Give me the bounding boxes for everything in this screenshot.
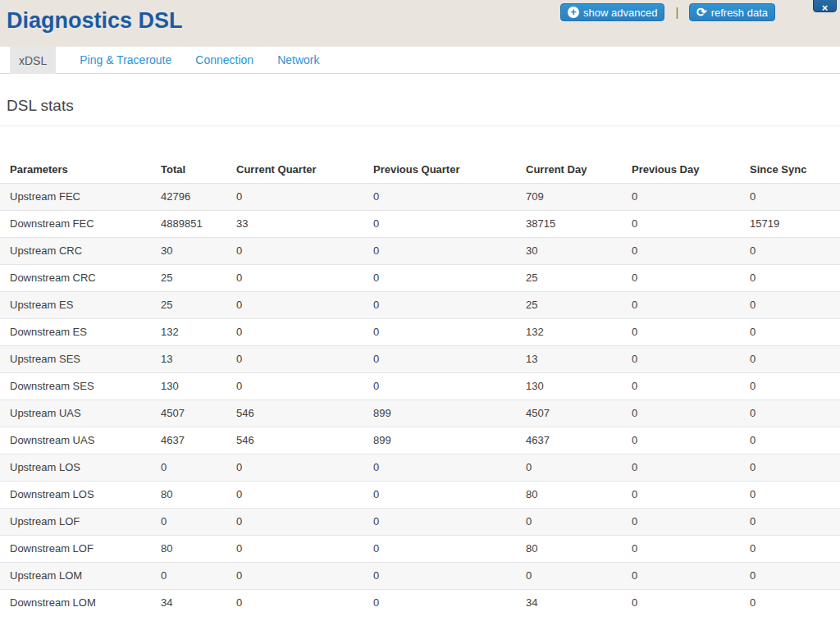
value-cell: 4507 [526,400,632,427]
value-cell: 42796 [161,183,236,210]
header-actions: + show advanced | ⟳ refresh data [560,3,775,21]
value-cell: 0 [632,291,750,318]
value-cell: 0 [750,291,840,318]
parameter-cell: Upstream UAS [0,400,161,427]
value-cell: 0 [373,183,526,210]
table-row: Downstream LOS80008000 [0,481,840,508]
value-cell: 130 [161,372,236,400]
value-cell: 34 [526,589,632,616]
value-cell: 0 [632,183,750,210]
value-cell: 0 [161,454,236,481]
value-cell: 899 [373,427,526,454]
close-icon: × [822,2,829,14]
value-cell: 0 [373,562,526,589]
value-cell: 80 [526,535,632,562]
value-cell: 0 [161,562,236,589]
value-cell: 0 [632,427,750,454]
value-cell: 80 [526,481,632,508]
column-header-parameters: Parameters [0,156,161,183]
value-cell: 0 [632,237,750,264]
table-row: Downstream LOM34003400 [0,589,840,616]
tab-bar: xDSL Ping & Traceroute Connection Networ… [0,47,840,74]
table-row: Downstream UAS4637546899463700 [0,427,840,454]
value-cell: 0 [526,454,632,481]
column-header-current-day: Current Day [526,156,632,183]
value-cell: 130 [526,372,632,400]
table-row: Upstream LOS000000 [0,454,840,481]
table-row: Upstream UAS4507546899450700 [0,400,840,427]
parameter-cell: Downstream FEC [0,210,161,237]
value-cell: 0 [750,237,840,264]
value-cell: 4507 [161,400,236,427]
table-row: Downstream ES1320013200 [0,318,840,345]
parameter-cell: Downstream SES [0,372,161,400]
value-cell: 0 [632,454,750,481]
value-cell: 0 [632,345,750,372]
table-row: Upstream LOF000000 [0,508,840,535]
value-cell: 25 [526,291,632,318]
value-cell: 0 [373,264,526,291]
tab-connection[interactable]: Connection [195,47,253,73]
tab-ping-traceroute[interactable]: Ping & Traceroute [80,47,171,73]
parameter-cell: Upstream SES [0,345,161,372]
value-cell: 0 [632,508,750,535]
value-cell: 25 [161,264,236,291]
column-header-total: Total [161,156,236,183]
parameter-cell: Upstream LOS [0,454,161,481]
value-cell: 0 [750,345,840,372]
show-advanced-button[interactable]: + show advanced [560,3,664,21]
value-cell: 0 [236,291,373,318]
value-cell: 0 [750,264,840,291]
column-header-previous-quarter: Previous Quarter [373,156,526,183]
value-cell: 0 [236,481,373,508]
value-cell: 0 [750,318,840,345]
value-cell: 0 [526,508,632,535]
value-cell: 0 [632,372,750,400]
parameter-cell: Upstream ES [0,291,161,318]
value-cell: 0 [373,345,526,372]
value-cell: 33 [236,210,373,237]
value-cell: 0 [373,291,526,318]
value-cell: 0 [632,562,750,589]
table-row: Downstream FEC488985133038715015719 [0,210,840,237]
value-cell: 80 [161,481,236,508]
value-cell: 0 [750,589,840,616]
value-cell: 0 [373,481,526,508]
close-button[interactable]: × [813,0,837,12]
value-cell: 4889851 [161,210,236,237]
value-cell: 15719 [750,210,840,237]
value-cell: 0 [632,535,750,562]
refresh-data-button[interactable]: ⟳ refresh data [689,3,775,21]
parameter-cell: Upstream LOM [0,562,161,589]
value-cell: 546 [236,400,373,427]
content-area: DSL stats Parameters Total Current Quart… [0,97,840,616]
value-cell: 0 [750,562,840,589]
tab-network[interactable]: Network [277,47,319,73]
value-cell: 0 [373,237,526,264]
value-cell: 0 [236,562,373,589]
value-cell: 0 [236,345,373,372]
value-cell: 0 [373,210,526,237]
value-cell: 0 [236,237,373,264]
dsl-stats-table-body: Upstream FEC427960070900Downstream FEC48… [0,183,840,616]
tab-xdsl[interactable]: xDSL [10,47,56,74]
value-cell: 0 [632,318,750,345]
show-advanced-label: show advanced [583,7,657,19]
value-cell: 132 [161,318,236,345]
value-cell: 4637 [161,427,236,454]
parameter-cell: Downstream LOM [0,589,161,616]
value-cell: 0 [750,372,840,400]
value-cell: 0 [750,400,840,427]
refresh-data-label: refresh data [711,7,768,19]
plus-circle-icon: + [568,7,579,18]
table-row: Downstream SES1300013000 [0,372,840,400]
table-header-row: Parameters Total Current Quarter Previou… [0,156,840,183]
table-row: Upstream SES13001300 [0,345,840,372]
value-cell: 0 [236,318,373,345]
value-cell: 546 [236,427,373,454]
value-cell: 132 [526,318,632,345]
value-cell: 80 [161,535,236,562]
value-cell: 13 [161,345,236,372]
value-cell: 25 [161,291,236,318]
section-divider [0,126,840,126]
